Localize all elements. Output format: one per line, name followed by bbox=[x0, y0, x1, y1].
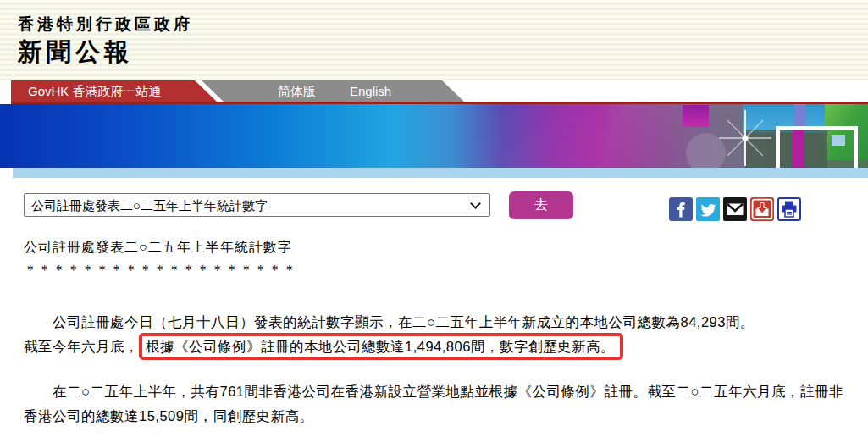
article-title: 公司註冊處發表二○二五年上半年統計數字 bbox=[24, 238, 844, 257]
banner-blue-rect bbox=[743, 104, 825, 133]
government-name: 香港特別行政區政府 bbox=[18, 14, 193, 36]
banner-purple-stripe bbox=[794, 104, 805, 136]
go-button[interactable]: 去 bbox=[509, 191, 573, 219]
tab-govhk[interactable]: GovHK 香港政府一站通 bbox=[11, 80, 217, 102]
paragraph-1-line-1: 公司註冊處今日（七月十八日）發表的統計數字顯示，在二○二五年上半年新成立的本地公… bbox=[24, 314, 755, 329]
paragraph-2: 在二○二五年上半年，共有761間非香港公司在香港新設立營業地點並根據《公司條例》… bbox=[24, 379, 844, 429]
banner-artwork bbox=[0, 104, 868, 168]
banner-magenta-inner-stripe bbox=[793, 130, 804, 168]
tab-govhk-label: GovHK 香港政府一站通 bbox=[28, 80, 162, 102]
masthead: 香港特別行政區政府 新聞公報 bbox=[0, 0, 868, 80]
facebook-share-icon[interactable] bbox=[669, 197, 693, 221]
press-release-page: 香港特別行政區政府 新聞公報 简体版 English GovHK 香港政府一站通 bbox=[0, 0, 868, 437]
banner-bottom-bar bbox=[13, 168, 868, 178]
share-icon-row bbox=[669, 197, 801, 221]
twitter-share-icon[interactable] bbox=[696, 197, 720, 221]
tab-simplified-chinese[interactable]: 简体版 bbox=[278, 80, 316, 102]
page-title: 新聞公報 bbox=[18, 36, 133, 69]
save-share-icon[interactable] bbox=[750, 197, 774, 221]
banner-lens-flare bbox=[686, 133, 726, 168]
tab-bar: 简体版 English GovHK 香港政府一站通 bbox=[0, 80, 868, 102]
print-share-icon[interactable] bbox=[777, 197, 801, 221]
banner-magenta-rect bbox=[683, 105, 709, 127]
article: 公司註冊處發表二○二五年上半年統計數字 ＊＊＊＊＊＊＊＊＊＊＊＊＊＊＊＊＊＊＊ … bbox=[24, 238, 844, 429]
banner-green-block bbox=[825, 104, 868, 160]
email-share-icon[interactable] bbox=[723, 197, 747, 221]
banner-graygreen-panel bbox=[745, 130, 827, 168]
banner-white-frame bbox=[776, 126, 858, 168]
asterisk-separator: ＊＊＊＊＊＊＊＊＊＊＊＊＊＊＊＊＊＊＊ bbox=[24, 261, 844, 279]
tab-english[interactable]: English bbox=[350, 80, 391, 102]
press-release-select[interactable]: 公司註冊處發表二○二五年上半年統計數字 bbox=[24, 193, 490, 217]
highlighted-statistic: 根據《公司條例》註冊的本地公司總數達1,494,806間，數字創歷史新高。 bbox=[139, 333, 623, 360]
sparkle-icon bbox=[716, 108, 775, 168]
press-release-select-wrap: 公司註冊處發表二○二五年上半年統計數字 bbox=[24, 193, 490, 217]
banner-small-blue-square bbox=[832, 135, 845, 146]
paragraph-1: 公司註冊處今日（七月十八日）發表的統計數字顯示，在二○二五年上半年新成立的本地公… bbox=[24, 310, 844, 359]
paragraph-1-line-2-prefix: 截至今年六月底， bbox=[24, 339, 139, 354]
